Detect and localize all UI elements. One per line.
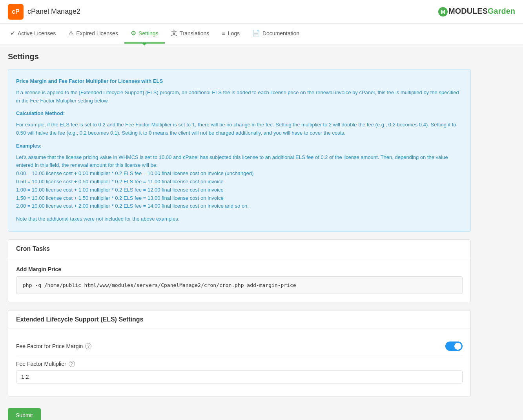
toggle-slider [445,341,463,351]
info-note-text: Note that the additional taxes were not … [16,215,463,223]
add-margin-price-label: Add Margin Price [16,266,463,272]
fee-factor-help-icon[interactable]: ? [85,343,91,349]
info-section-main: Price Margin and Fee Factor Multiplier f… [16,77,463,105]
submit-button[interactable]: Submit [8,408,41,420]
nav-settings[interactable]: ⚙ Settings [124,24,165,44]
page-content: Settings Price Margin and Fee Factor Mul… [0,44,479,420]
fee-factor-multiplier-input[interactable] [16,370,463,383]
info-examples-intro: Let's assume that the license pricing va… [16,153,463,170]
els-settings-card: Extended Lifecycle Support (ELS) Setting… [8,310,471,396]
info-example-line-4: 2.00 = 10.00 license cost + 2.00 multipl… [16,202,463,210]
cron-tasks-body: Add Margin Price php -q /home/public_htm… [8,258,470,302]
modules-garden-logo: MMODULESGarden [438,7,515,15]
nav-active-indicator [141,42,148,46]
info-section-calc: Calculation Method: For example, if the … [16,110,463,137]
info-example-line-0: 0.00 = 10.00 license cost + 0.00 multipl… [16,170,463,178]
nav-translations-label: Translations [180,30,210,37]
nav-active-licenses[interactable]: ✓ Active Licenses [4,24,62,44]
info-main-heading: Price Margin and Fee Factor Multiplier f… [16,77,463,86]
nav-documentation-label: Documentation [262,30,299,37]
info-calc-text: For example, if the ELS fee is set to 0.… [16,121,463,137]
info-section-examples: Examples: Let's assume that the license … [16,142,463,210]
fee-factor-multiplier-help-icon[interactable]: ? [69,361,75,367]
info-example-line-1: 0.50 = 10.00 license cost + 0.50 multipl… [16,178,463,186]
nav-logs-label: Logs [228,30,240,37]
logs-icon: ≡ [222,30,225,37]
app-title: cPanel Manage2 [27,7,80,16]
info-examples-heading: Examples: [16,142,463,150]
nav-logs[interactable]: ≡ Logs [215,24,246,44]
info-box: Price Margin and Fee Factor Multiplier f… [8,69,471,232]
nav-active-licenses-label: Active Licenses [18,30,56,37]
nav-expired-licenses-label: Expired Licenses [76,30,118,37]
cpanel-icon: cP [8,4,24,20]
brand-garden: Garden [488,7,515,15]
page-title: Settings [8,52,471,61]
info-intro-text: If a license is applied to the [Extended… [16,89,463,105]
info-section-note: Note that the additional taxes were not … [16,215,463,223]
fee-factor-toggle[interactable] [445,341,463,351]
nav-settings-label: Settings [138,30,159,37]
settings-icon: ⚙ [131,29,136,37]
cron-command: php -q /home/public_html/www/modules/ser… [16,276,463,294]
cron-tasks-header: Cron Tasks [8,240,470,258]
fee-factor-label: Fee Factor for Price Margin [16,343,83,349]
app-logo: cP cPanel Manage2 [8,4,80,20]
expired-licenses-icon: ⚠ [68,29,74,37]
nav-expired-licenses[interactable]: ⚠ Expired Licenses [62,24,124,44]
info-calc-heading: Calculation Method: [16,110,463,118]
main-nav: ✓ Active Licenses ⚠ Expired Licenses ⚙ S… [0,24,523,44]
fee-factor-multiplier-label-group: Fee Factor Multiplier ? [16,361,463,367]
m-circle-icon: M [438,7,448,16]
header-right: MMODULESGarden [438,7,515,16]
brand-modules: MODULES [448,7,488,15]
header: cP cPanel Manage2 MMODULESGarden [0,0,523,24]
nav-documentation[interactable]: 📄 Documentation [246,24,306,44]
nav-translations[interactable]: 文 Translations [165,24,216,44]
els-settings-header: Extended Lifecycle Support (ELS) Setting… [8,310,470,329]
documentation-icon: 📄 [252,29,260,37]
active-licenses-icon: ✓ [10,29,15,37]
fee-factor-multiplier-col: Fee Factor Multiplier ? [16,356,463,388]
cron-tasks-card: Cron Tasks Add Margin Price php -q /home… [8,239,471,302]
fee-factor-row: Fee Factor for Price Margin ? [16,337,463,356]
info-example-line-3: 1.50 = 10.00 license cost + 1.50 multipl… [16,194,463,203]
fee-factor-multiplier-label: Fee Factor Multiplier [16,361,66,367]
els-settings-body: Fee Factor for Price Margin ? Fee Factor… [8,329,470,396]
translations-icon: 文 [171,29,177,37]
fee-factor-label-group: Fee Factor for Price Margin ? [16,343,91,349]
info-example-line-2: 1.00 = 10.00 license cost + 1.00 multipl… [16,186,463,194]
